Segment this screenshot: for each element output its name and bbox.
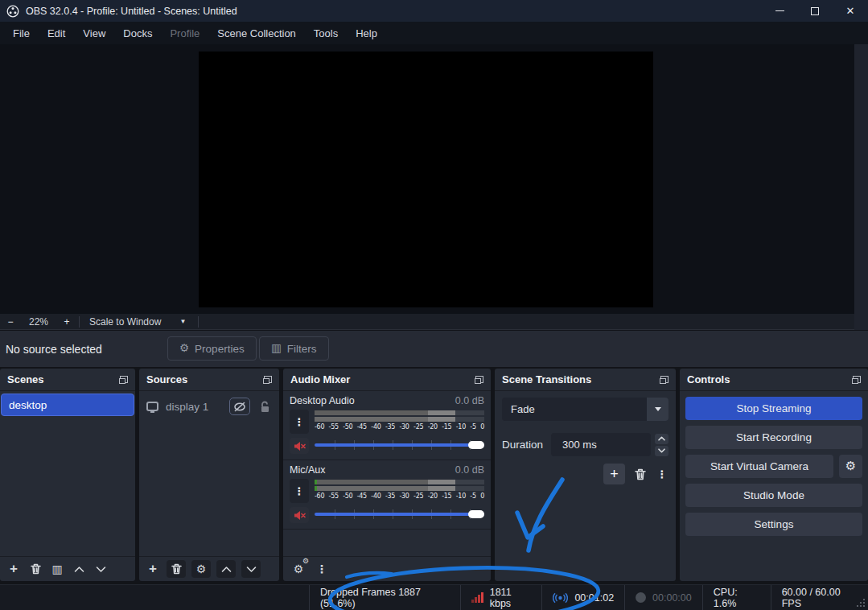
scenes-toolbar: + ▥ <box>0 556 135 581</box>
duration-input[interactable]: 300 ms <box>551 433 651 456</box>
minimize-button[interactable] <box>762 0 797 22</box>
volume-slider[interactable] <box>315 507 484 521</box>
dropped-frames-section: Dropped Frames 1887 (51.6%) <box>309 585 460 610</box>
volume-slider-handle[interactable] <box>468 510 484 518</box>
properties-label: Properties <box>195 343 245 355</box>
audio-mixer-body: Desktop Audio 0.0 dB ⋮ -60-55-50-45-40-3… <box>283 391 491 556</box>
meter-tick-label: -10 <box>456 493 466 500</box>
add-scene-button[interactable]: + <box>6 561 22 577</box>
transition-select[interactable]: Fade <box>502 398 668 421</box>
menu-edit[interactable]: Edit <box>39 22 74 44</box>
menu-scene-collection[interactable]: Scene Collection <box>208 22 305 44</box>
menu-tools[interactable]: Tools <box>305 22 347 44</box>
sources-title: Sources <box>146 373 187 385</box>
properties-button[interactable]: ⚙ Properties <box>167 336 257 361</box>
popout-icon[interactable] <box>119 376 128 384</box>
channel-level: 0.0 dB <box>455 395 484 406</box>
mute-button[interactable] <box>290 507 309 523</box>
scale-mode-select[interactable]: Scale to Window <box>81 316 169 328</box>
remove-transition-button[interactable] <box>632 466 648 482</box>
filter-icon: ▥ <box>271 343 282 354</box>
transition-menu-button[interactable]: ⋮ <box>656 468 668 480</box>
zoom-in-button[interactable]: + <box>56 316 77 328</box>
maximize-button[interactable] <box>797 0 833 22</box>
zoom-out-button[interactable]: − <box>0 316 21 328</box>
lock-toggle-button[interactable] <box>257 398 272 415</box>
remove-scene-button[interactable] <box>27 561 43 577</box>
advanced-audio-button[interactable]: ⚙⚙ <box>289 561 308 577</box>
meter-tick-label: -60 <box>315 493 324 500</box>
meter-tick-label: -25 <box>413 423 423 431</box>
title-bar: OBS 32.0.4 - Profile: Untitled - Scenes:… <box>0 0 868 22</box>
popout-icon[interactable] <box>263 376 272 384</box>
virtual-camera-settings-button[interactable]: ⚙ <box>839 455 862 478</box>
add-transition-button[interactable]: + <box>603 464 625 484</box>
volume-slider-handle[interactable] <box>468 441 484 449</box>
mixer-channel-desktop-audio: Desktop Audio 0.0 dB ⋮ -60-55-50-45-40-3… <box>283 391 491 460</box>
menu-bar: File Edit View Docks Profile Scene Colle… <box>0 22 868 44</box>
scenes-header: Scenes <box>0 369 135 391</box>
scale-mode-dropdown-icon[interactable]: ▼ <box>169 318 196 325</box>
audio-mixer-toolbar: ⚙⚙ ⋮ <box>283 556 491 581</box>
studio-mode-button[interactable]: Studio Mode <box>685 484 862 507</box>
dock-panels: Scenes desktop + ▥ Sources <box>0 369 868 583</box>
source-item-display1[interactable]: display 1 <box>139 395 279 418</box>
move-scene-down-button[interactable] <box>93 561 109 577</box>
menu-help[interactable]: Help <box>347 22 386 44</box>
source-properties-button[interactable]: ⚙ <box>191 560 211 578</box>
start-recording-button[interactable]: Start Recording <box>685 426 862 449</box>
popout-icon[interactable] <box>660 376 668 384</box>
close-button[interactable]: ✕ <box>833 0 868 22</box>
controls-panel: Controls Stop Streaming Start Recording … <box>680 369 868 581</box>
meter-tick-label: -55 <box>329 423 339 431</box>
audio-mixer-header: Audio Mixer <box>283 369 491 391</box>
meter-tick-label: -60 <box>315 423 324 431</box>
meter-tick-label: -35 <box>385 423 395 431</box>
dock-edge-strip <box>854 44 868 330</box>
record-time-text: 00:00:00 <box>652 592 692 604</box>
scene-item-desktop[interactable]: desktop <box>1 394 134 416</box>
channel-menu-button[interactable]: ⋮ <box>290 410 309 434</box>
gear-icon: ⚙ <box>179 343 189 354</box>
visibility-toggle-button[interactable] <box>229 398 250 415</box>
channel-menu-button[interactable]: ⋮ <box>290 479 309 503</box>
transition-value: Fade <box>502 403 647 415</box>
duration-increment-button[interactable] <box>655 434 668 444</box>
preview-zoom-toolbar: − 22% + Scale to Window ▼ <box>0 314 854 330</box>
mixer-menu-button[interactable]: ⋮ <box>314 561 330 577</box>
popout-icon[interactable] <box>475 376 483 384</box>
cpu-text: CPU: 1.6% <box>714 587 760 609</box>
menu-docks[interactable]: Docks <box>114 22 161 44</box>
move-source-up-button[interactable] <box>216 560 236 578</box>
channel-name: Desktop Audio <box>290 395 355 406</box>
duration-decrement-button[interactable] <box>655 446 668 456</box>
preview-canvas[interactable] <box>199 52 653 307</box>
source-label: display 1 <box>166 401 208 413</box>
meter-tick-label: 0 <box>480 423 484 431</box>
menu-view[interactable]: View <box>74 22 114 44</box>
scene-filters-button[interactable]: ▥ <box>49 561 65 577</box>
add-source-button[interactable]: + <box>145 561 161 577</box>
stop-streaming-button[interactable]: Stop Streaming <box>685 397 862 420</box>
menu-profile[interactable]: Profile <box>161 22 208 44</box>
bitrate-section: 1811 kbps <box>460 585 541 610</box>
meter-tick-label: -15 <box>442 493 451 500</box>
sources-toolbar: + ⚙ <box>139 556 279 581</box>
record-icon <box>636 592 646 603</box>
filters-button[interactable]: ▥ Filters <box>259 336 329 361</box>
volume-slider[interactable] <box>315 438 484 452</box>
meter-tick-label: -15 <box>442 423 451 431</box>
scenes-title: Scenes <box>7 373 44 385</box>
no-source-message: No source selected <box>6 343 102 356</box>
menu-file[interactable]: File <box>4 22 39 44</box>
popout-icon[interactable] <box>852 376 861 384</box>
resize-grip[interactable] <box>856 598 866 608</box>
settings-button[interactable]: Settings <box>685 513 862 536</box>
transition-dropdown-cap[interactable] <box>647 398 668 421</box>
move-scene-up-button[interactable] <box>71 561 87 577</box>
start-virtual-camera-button[interactable]: Start Virtual Camera <box>685 455 833 478</box>
mute-button[interactable] <box>290 438 309 454</box>
move-source-down-button[interactable] <box>241 560 261 578</box>
meter-tick-label: -5 <box>470 423 475 431</box>
remove-source-button[interactable] <box>167 560 186 578</box>
